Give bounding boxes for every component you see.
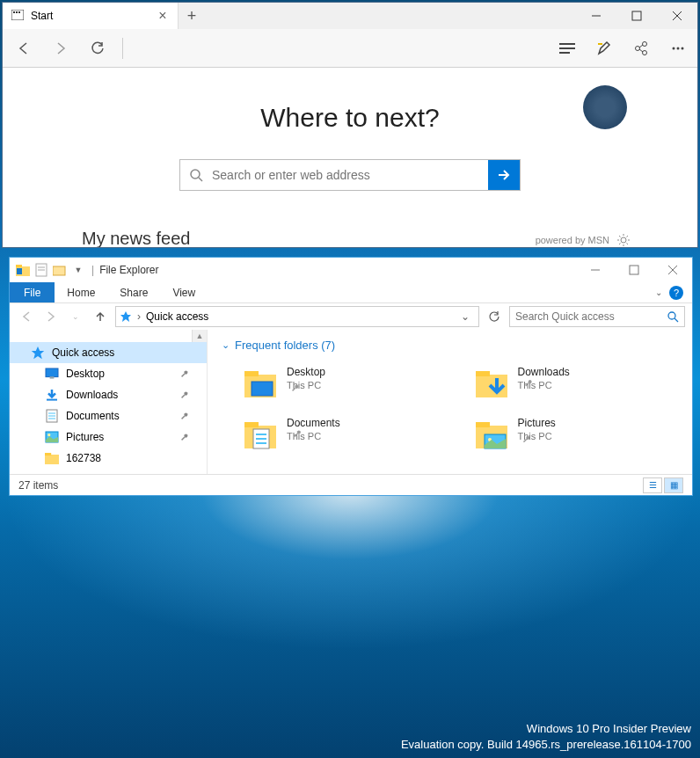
file-tab[interactable]: File	[10, 282, 55, 302]
details-view-button[interactable]: ☰	[643, 477, 662, 493]
folder-item-documents[interactable]: Documents This PC	[243, 417, 448, 454]
minimize-button[interactable]	[576, 3, 616, 29]
svg-rect-29	[53, 266, 65, 275]
back-button[interactable]	[11, 36, 36, 61]
close-tab-icon[interactable]: ×	[157, 10, 169, 22]
explorer-title: File Explorer	[99, 264, 158, 276]
view-tab[interactable]: View	[160, 282, 208, 302]
qat-dropdown-icon[interactable]: ▼	[70, 262, 86, 278]
address-text: Quick access	[146, 310, 208, 323]
nav-history-dropdown[interactable]: ⌄	[66, 307, 85, 326]
scrollbar-up-icon[interactable]: ▲	[192, 330, 207, 342]
ribbon-tabs: File Home Share View ⌄ ?	[10, 282, 692, 303]
share-icon[interactable]	[631, 38, 652, 59]
nav-back-button[interactable]	[17, 307, 36, 326]
user-avatar[interactable]	[583, 85, 627, 129]
explorer-titlebar: ▼ | File Explorer	[10, 258, 692, 282]
svg-rect-65	[244, 422, 259, 427]
home-tab[interactable]: Home	[55, 282, 107, 302]
address-refresh-button[interactable]	[485, 310, 504, 323]
search-input[interactable]	[212, 160, 488, 190]
folder-item-pictures[interactable]: Pictures This PC	[474, 417, 679, 454]
edge-search-box	[179, 159, 521, 191]
close-button[interactable]	[657, 3, 697, 29]
maximize-button[interactable]	[616, 3, 657, 29]
nav-item-162738[interactable]: 162738	[10, 448, 207, 469]
powered-by-label: powered by MSN	[536, 235, 609, 245]
picture-icon	[45, 430, 59, 444]
gear-icon[interactable]	[616, 233, 631, 247]
explorer-maximize-button[interactable]	[615, 258, 653, 282]
refresh-button[interactable]	[85, 36, 110, 61]
folder-item-downloads[interactable]: Downloads This PC	[474, 366, 679, 403]
folder-item-desktop[interactable]: Desktop This PC	[243, 366, 448, 403]
edge-browser-window: Start × +	[2, 2, 698, 248]
content-pane: ⌄ Frequent folders (7) Desktop This PC D…	[208, 330, 692, 474]
address-row: ⌄ › Quick access ⌄	[10, 303, 692, 330]
reading-list-icon[interactable]	[557, 38, 578, 59]
svg-point-18	[677, 47, 680, 49]
explorer-close-button[interactable]	[653, 258, 692, 282]
forward-button[interactable]	[48, 36, 73, 61]
address-dropdown-icon[interactable]: ⌄	[456, 310, 475, 323]
windows-watermark: Windows 10 Pro Insider Preview Evaluatio…	[401, 721, 691, 753]
nav-forward-button[interactable]	[41, 307, 61, 326]
address-bar[interactable]: › Quick access ⌄	[115, 306, 479, 327]
svg-rect-57	[252, 382, 273, 396]
svg-line-42	[181, 395, 185, 398]
svg-rect-54	[45, 453, 51, 456]
pin-icon	[179, 431, 191, 443]
search-go-button[interactable]	[488, 160, 520, 190]
explorer-search-input[interactable]	[515, 310, 667, 323]
desktop-folder-icon	[243, 366, 278, 401]
icons-view-button[interactable]: ▦	[664, 477, 683, 493]
help-icon[interactable]: ?	[669, 286, 683, 300]
share-tab[interactable]: Share	[107, 282, 160, 302]
svg-line-59	[292, 388, 295, 391]
frequent-folders-header[interactable]: ⌄ Frequent folders (7)	[222, 339, 678, 352]
svg-point-20	[191, 170, 200, 179]
navigation-pane: ▲ Quick accessDesktopDownloadsDocumentsP…	[10, 330, 208, 474]
edge-content: Where to next? My news feed powered by M…	[3, 68, 697, 247]
edge-tab-start[interactable]: Start ×	[3, 3, 179, 29]
ribbon-expand-icon[interactable]: ⌄	[655, 288, 662, 297]
download-icon	[45, 388, 59, 402]
nav-up-button[interactable]	[91, 307, 110, 326]
picture-folder-icon	[474, 417, 509, 452]
watermark-line-1: Windows 10 Pro Insider Preview	[401, 721, 691, 737]
document-icon	[45, 409, 59, 423]
explorer-search-box	[509, 306, 685, 327]
pen-icon[interactable]	[594, 38, 615, 59]
news-feed-heading: My news feed	[82, 229, 190, 247]
pin-icon	[179, 389, 191, 401]
svg-point-19	[682, 47, 684, 49]
nav-item-pictures[interactable]: Pictures	[10, 426, 207, 448]
edge-titlebar: Start × +	[3, 3, 697, 29]
svg-rect-24	[16, 265, 22, 267]
more-icon[interactable]	[667, 38, 689, 59]
svg-line-77	[523, 439, 527, 442]
explorer-minimize-button[interactable]	[576, 258, 615, 282]
explorer-app-icon	[15, 262, 31, 278]
svg-rect-53	[45, 455, 59, 464]
svg-point-12	[636, 46, 640, 50]
file-explorer-window: ▼ | File Explorer File Home Share View ⌄…	[9, 257, 693, 496]
nav-item-downloads[interactable]: Downloads	[10, 384, 207, 405]
nav-item-documents[interactable]: Documents	[10, 405, 207, 426]
qat-new-folder-icon[interactable]	[52, 262, 68, 278]
svg-line-52	[181, 437, 185, 441]
item-count: 27 items	[18, 479, 58, 492]
svg-rect-2	[16, 11, 18, 13]
svg-rect-36	[46, 368, 58, 377]
search-icon[interactable]	[667, 310, 679, 323]
svg-line-16	[639, 49, 643, 52]
nav-item-quick-access[interactable]: Quick access	[10, 342, 207, 363]
qat-properties-icon[interactable]	[33, 262, 49, 278]
new-tab-button[interactable]: +	[179, 3, 205, 29]
nav-item-desktop[interactable]: Desktop	[10, 363, 207, 384]
start-page-icon	[11, 10, 24, 22]
edge-toolbar	[3, 29, 697, 68]
star-icon	[31, 346, 45, 360]
folder-icon	[45, 451, 59, 465]
edge-tab-title: Start	[31, 10, 149, 22]
